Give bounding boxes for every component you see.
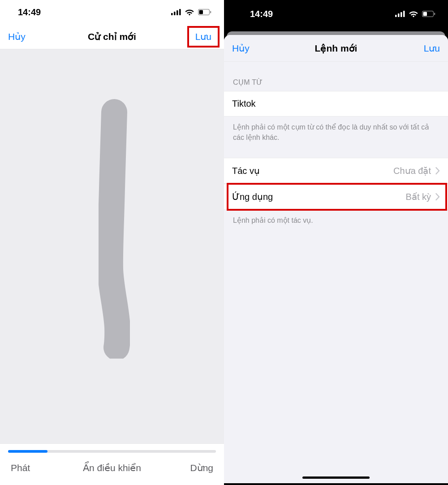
svg-rect-12	[423, 12, 427, 16]
chevron-right-icon	[435, 193, 440, 200]
app-label: Ứng dụng	[232, 191, 273, 202]
wifi-icon	[409, 10, 418, 17]
svg-rect-5	[199, 10, 203, 14]
hide-controls-button[interactable]: Ẩn điều khiển	[83, 463, 141, 473]
home-indicator[interactable]	[302, 476, 370, 479]
task-footer: Lệnh phải có một tác vụ.	[224, 210, 448, 225]
stop-button[interactable]: Dừng	[190, 463, 213, 473]
cellular-icon	[395, 11, 405, 17]
svg-rect-10	[403, 11, 405, 17]
status-bar: 14:49	[224, 0, 448, 28]
cancel-button[interactable]: Hủy	[232, 43, 250, 54]
screen-new-gesture: 14:49 Hủy Cử chỉ mới Lưu	[0, 0, 224, 485]
phrase-input-row[interactable]: Tiktok	[224, 91, 448, 117]
phrase-footer: Lệnh phải có một cụm từ có thể đọc là du…	[224, 117, 448, 143]
status-time: 14:49	[250, 9, 273, 19]
screen-new-command: 14:49 Hủy Lệnh mới Lưu CỤM TỪ Tiktok Lện…	[224, 0, 448, 485]
save-button[interactable]: Lưu	[191, 29, 216, 45]
svg-rect-2	[177, 10, 178, 15]
svg-rect-8	[398, 13, 400, 17]
cellular-icon	[171, 9, 181, 15]
task-row[interactable]: Tác vụ Chưa đặt	[224, 158, 448, 184]
svg-rect-6	[210, 11, 211, 13]
svg-rect-9	[401, 12, 402, 17]
section-header-phrase: CỤM TỪ	[224, 62, 448, 91]
task-value: Chưa đặt	[393, 165, 431, 176]
status-time: 14:49	[18, 7, 41, 17]
nav-bar: Hủy Cử chỉ mới Lưu	[0, 24, 224, 49]
svg-rect-0	[171, 13, 173, 15]
page-title: Cử chỉ mới	[88, 31, 136, 42]
status-bar: 14:49	[0, 0, 224, 24]
page-title: Lệnh mới	[315, 43, 358, 54]
battery-icon	[198, 9, 211, 15]
app-row[interactable]: Ứng dụng Bất kỳ	[224, 184, 448, 210]
gesture-canvas[interactable]	[0, 49, 224, 444]
play-button[interactable]: Phát	[11, 463, 30, 473]
phrase-value: Tiktok	[232, 99, 256, 109]
status-icons	[395, 10, 435, 17]
battery-icon	[422, 11, 435, 17]
cancel-button[interactable]: Hủy	[8, 31, 26, 42]
svg-rect-1	[174, 12, 176, 15]
chevron-right-icon	[435, 167, 440, 174]
status-icons	[171, 9, 211, 16]
wifi-icon	[185, 9, 194, 16]
gesture-stroke	[99, 99, 130, 359]
svg-rect-13	[434, 13, 435, 15]
app-value: Bất kỳ	[406, 191, 431, 202]
task-label: Tác vụ	[232, 165, 260, 176]
modal-sheet: Hủy Lệnh mới Lưu CỤM TỪ Tiktok Lệnh phải…	[224, 35, 448, 483]
playback-toolbar: Phát Ẩn điều khiển Dừng	[0, 443, 224, 485]
nav-bar: Hủy Lệnh mới Lưu	[224, 35, 448, 62]
save-button[interactable]: Lưu	[424, 43, 440, 54]
svg-rect-7	[395, 15, 397, 17]
svg-rect-3	[179, 9, 181, 15]
